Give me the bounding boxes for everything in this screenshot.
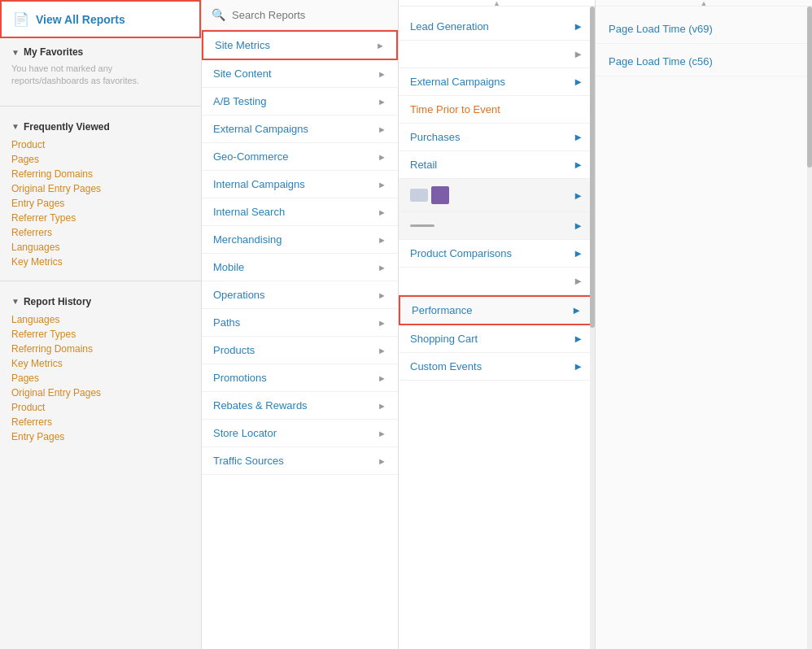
chevron-down-icon: ▼ <box>11 48 20 57</box>
favorites-empty-text: You have not marked any reports/dashboar… <box>11 63 190 94</box>
chevron-right-icon: ► <box>378 97 386 107</box>
menu-item-mobile[interactable]: Mobile ► <box>202 254 398 281</box>
menu-item-rebates-rewards[interactable]: Rebates & Rewards ► <box>202 392 398 420</box>
search-bar: 🔍 <box>202 0 398 30</box>
sub-item-shopping-cart[interactable]: Shopping Cart ► <box>399 325 595 353</box>
scrollbar-track <box>590 7 595 649</box>
right-menu-list: Page Load Time (v69) Page Load Time (c56… <box>596 7 812 649</box>
sub-menu-list: Lead Generation ► ► External Campaigns ►… <box>399 7 595 649</box>
chevron-right-icon: ► <box>571 304 582 316</box>
menu-item-products[interactable]: Products ► <box>202 337 398 364</box>
chevron-down-icon-3: ▼ <box>11 297 20 306</box>
chevron-right-icon: ► <box>378 152 386 162</box>
sub-item-color-blocks[interactable]: ► <box>399 179 595 212</box>
history-link-referring-domains[interactable]: Referring Domains <box>11 342 190 356</box>
menu-item-promotions[interactable]: Promotions ► <box>202 364 398 392</box>
history-link-referrer-types[interactable]: Referrer Types <box>11 327 190 342</box>
chevron-right-icon: ► <box>378 69 386 79</box>
menu-item-store-locator[interactable]: Store Locator ► <box>202 420 398 447</box>
history-link-original-entry-pages[interactable]: Original Entry Pages <box>11 385 190 400</box>
menu-item-site-metrics[interactable]: Site Metrics ► <box>202 30 398 60</box>
sidebar-link-key-metrics[interactable]: Key Metrics <box>11 255 190 269</box>
menu-item-site-content[interactable]: Site Content ► <box>202 60 398 88</box>
chevron-right-icon: ► <box>573 20 583 33</box>
sub-item-product-comparisons[interactable]: Product Comparisons ► <box>399 240 595 268</box>
menu-item-ab-testing[interactable]: A/B Testing ► <box>202 88 398 115</box>
divider-1 <box>0 106 201 107</box>
chevron-down-icon-2: ▼ <box>11 122 20 131</box>
chevron-right-icon: ► <box>573 247 583 259</box>
sub-item-performance[interactable]: Performance ► <box>399 295 595 325</box>
my-favorites-section: ▼ My Favorites You have not marked any r… <box>0 38 201 99</box>
chevron-right-icon: ► <box>573 131 583 143</box>
right-column: ▲ Page Load Time (v69) Page Load Time (c… <box>596 0 812 649</box>
right-scrollbar-track <box>807 7 812 649</box>
menu-item-geo-commerce[interactable]: Geo-Commerce ► <box>202 143 398 171</box>
menu-item-external-campaigns[interactable]: External Campaigns ► <box>202 115 398 143</box>
sub-column: ▲ Lead Generation ► ► External Campaigns… <box>399 0 596 649</box>
sidebar-link-product[interactable]: Product <box>11 137 190 152</box>
my-favorites-title[interactable]: ▼ My Favorites <box>11 46 190 58</box>
history-link-entry-pages[interactable]: Entry Pages <box>11 429 190 444</box>
chevron-right-icon: ► <box>378 318 386 328</box>
middle-menu-list: Site Metrics ► Site Content ► A/B Testin… <box>202 30 398 649</box>
sidebar: 📄 View All Reports ▼ My Favorites You ha… <box>0 0 202 649</box>
reports-icon: 📄 <box>13 11 29 27</box>
middle-column: 🔍 Site Metrics ► Site Content ► A/B Test… <box>202 0 399 649</box>
right-item-page-load-time-v69[interactable]: Page Load Time (v69) <box>596 15 812 44</box>
sub-item-arrow-only-2[interactable]: ► <box>399 268 595 295</box>
chevron-right-icon: ► <box>573 76 583 88</box>
menu-item-internal-campaigns[interactable]: Internal Campaigns ► <box>202 171 398 198</box>
sidebar-link-referrer-types[interactable]: Referrer Types <box>11 211 190 225</box>
sidebar-link-referring-domains[interactable]: Referring Domains <box>11 167 190 181</box>
right-item-page-load-time-c56[interactable]: Page Load Time (c56) <box>596 47 812 76</box>
sub-item-external-campaigns[interactable]: External Campaigns ► <box>399 68 595 96</box>
sub-item-purchases[interactable]: Purchases ► <box>399 124 595 151</box>
history-link-product[interactable]: Product <box>11 400 190 415</box>
menu-item-internal-search[interactable]: Internal Search ► <box>202 198 398 226</box>
report-history-section: ▼ Report History Languages Referrer Type… <box>0 288 201 449</box>
chevron-right-icon: ► <box>378 180 386 189</box>
search-input[interactable] <box>232 9 388 21</box>
sidebar-link-referrers[interactable]: Referrers <box>11 225 190 240</box>
sub-item-custom-events[interactable]: Custom Events ► <box>399 353 595 381</box>
menu-item-merchandising[interactable]: Merchandising ► <box>202 226 398 254</box>
sidebar-link-original-entry-pages[interactable]: Original Entry Pages <box>11 181 190 196</box>
history-link-pages[interactable]: Pages <box>11 371 190 385</box>
chevron-right-icon: ► <box>573 275 583 287</box>
chevron-right-icon: ► <box>573 333 583 345</box>
sub-item-scroll-line: ► <box>399 212 595 240</box>
view-all-reports-button[interactable]: 📄 View All Reports <box>0 0 201 38</box>
sidebar-link-languages[interactable]: Languages <box>11 240 190 255</box>
sub-item-lead-generation[interactable]: Lead Generation ► <box>399 13 595 41</box>
report-history-title[interactable]: ▼ Report History <box>11 296 190 307</box>
frequently-viewed-section: ▼ Frequently Viewed Product Pages Referr… <box>0 113 201 274</box>
sub-item-retail[interactable]: Retail ► <box>399 151 595 179</box>
chevron-right-icon: ► <box>573 159 583 171</box>
color-block-dark <box>431 186 449 204</box>
chevron-right-icon: ► <box>573 220 583 232</box>
divider-2 <box>0 281 201 281</box>
chevron-right-icon: ► <box>378 124 386 134</box>
menu-item-paths[interactable]: Paths ► <box>202 309 398 337</box>
history-link-key-metrics[interactable]: Key Metrics <box>11 356 190 371</box>
history-link-referrers[interactable]: Referrers <box>11 415 190 429</box>
chevron-right-icon: ► <box>573 48 583 60</box>
chevron-right-icon: ► <box>378 290 386 300</box>
menu-item-traffic-sources[interactable]: Traffic Sources ► <box>202 447 398 475</box>
frequently-viewed-title[interactable]: ▼ Frequently Viewed <box>11 121 190 133</box>
sidebar-link-entry-pages[interactable]: Entry Pages <box>11 196 190 211</box>
chevron-right-icon: ► <box>378 235 386 245</box>
history-link-languages[interactable]: Languages <box>11 312 190 327</box>
sub-item-arrow-only-1[interactable]: ► <box>399 41 595 68</box>
scrollbar-thumb[interactable] <box>590 7 595 328</box>
menu-item-operations[interactable]: Operations ► <box>202 281 398 309</box>
chevron-right-icon: ► <box>378 207 386 217</box>
sidebar-link-pages[interactable]: Pages <box>11 152 190 167</box>
chevron-right-icon: ► <box>378 346 386 355</box>
view-all-reports-label: View All Reports <box>36 13 125 26</box>
color-block-light <box>410 189 428 202</box>
chevron-right-icon: ► <box>378 429 386 438</box>
chevron-right-icon: ► <box>378 263 386 272</box>
right-scrollbar-thumb[interactable] <box>807 7 812 168</box>
